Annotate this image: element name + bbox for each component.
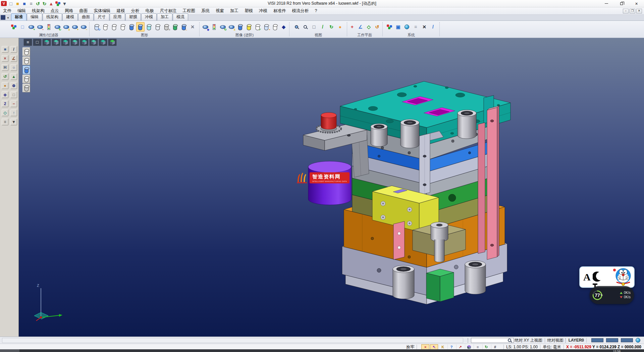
snap-disable-icon[interactable]: ×: [421, 344, 429, 350]
ribbon-tab-1[interactable]: 标准: [11, 13, 26, 20]
box-tool-icon[interactable]: □: [10, 91, 17, 98]
print-icon[interactable]: ≡: [28, 1, 34, 6]
menu-item-17[interactable]: 冲模: [256, 7, 270, 14]
menu-item-13[interactable]: 系统: [198, 7, 213, 14]
redo-icon[interactable]: ↻: [42, 1, 47, 6]
show-plus-icon[interactable]: +: [71, 22, 79, 32]
view-back-icon[interactable]: [80, 39, 89, 46]
ribbon-tab-9[interactable]: 冲模: [141, 13, 157, 20]
move-tool-icon[interactable]: ↑: [10, 109, 17, 116]
viewport-window-icon[interactable]: □: [33, 39, 42, 46]
hidden-mode-icon[interactable]: [22, 56, 30, 65]
system-palette-icon[interactable]: [385, 22, 394, 32]
grid-card-icon[interactable]: ≡: [412, 22, 420, 32]
help-hint-icon[interactable]: ?: [447, 344, 455, 350]
speed-gauge-widget[interactable]: 77% 0K/s 0K/s: [590, 286, 634, 304]
show-toggle-icon[interactable]: ±: [62, 22, 70, 32]
transparent-icon[interactable]: [145, 22, 153, 32]
cpl-angle-icon[interactable]: ∠: [357, 22, 365, 32]
view-right-icon[interactable]: [70, 39, 79, 46]
sketch-tool-icon[interactable]: ∠: [10, 55, 17, 62]
ribbon-tab-4[interactable]: 建模: [62, 13, 78, 20]
refresh-entities-icon[interactable]: ↻: [219, 22, 227, 32]
minimize-button[interactable]: [599, 0, 614, 7]
ghost-mode-icon[interactable]: [22, 75, 30, 83]
key-icon[interactable]: K: [439, 344, 447, 350]
shaded-icon[interactable]: [127, 22, 136, 32]
ribbon-tab-2[interactable]: 编辑: [27, 13, 42, 20]
show-add-icon[interactable]: +: [27, 22, 36, 32]
compass-icon[interactable]: ↗: [456, 344, 464, 350]
view-iso-icon[interactable]: [42, 39, 51, 46]
show-refresh-icon[interactable]: ↻: [53, 22, 62, 32]
striped-view-icon[interactable]: [245, 22, 253, 32]
clipboard-tool-icon[interactable]: ▼: [10, 119, 17, 125]
entity-status-icon[interactable]: [210, 22, 218, 32]
query-tool-icon[interactable]: 2: [2, 100, 8, 107]
menu-item-18[interactable]: 标准件: [270, 7, 289, 14]
wireframe-icon[interactable]: [101, 22, 110, 32]
select-tool-icon[interactable]: ■: [2, 46, 8, 53]
auto-refresh-icon[interactable]: ↻: [482, 344, 490, 350]
toggle-entities-icon[interactable]: ±: [227, 22, 236, 32]
orbit-tool-icon[interactable]: ↺: [2, 73, 8, 80]
dynamic-shade-icon[interactable]: →: [180, 22, 188, 32]
circle-tool-icon[interactable]: ○: [10, 64, 17, 71]
analysis-mode-icon[interactable]: [22, 84, 30, 92]
ribbon-tab-3[interactable]: 线架构: [43, 13, 62, 20]
pen-swatch[interactable]: [606, 338, 619, 343]
tagged-view-icon[interactable]: ▪: [262, 22, 270, 32]
preview-pages-icon[interactable]: □: [18, 22, 27, 32]
render-settings-icon[interactable]: ✕: [189, 22, 197, 32]
plane-tool-icon[interactable]: ◇: [2, 109, 8, 116]
ribbon-tab-5[interactable]: 曲面: [78, 13, 94, 20]
view-entities-icon[interactable]: ◆: [201, 22, 210, 32]
view-bottom-icon[interactable]: [99, 39, 107, 46]
view-left-icon[interactable]: [89, 39, 98, 46]
view-top-icon[interactable]: [52, 39, 60, 46]
ramp-icon[interactable]: /: [429, 22, 437, 32]
shaded-mode-icon[interactable]: [22, 65, 30, 74]
qat-dropdown-icon[interactable]: ▼: [62, 1, 67, 6]
chart-icon[interactable]: ▲: [48, 1, 54, 6]
trim-tool-icon[interactable]: ×: [2, 55, 8, 62]
show-remove-icon[interactable]: −: [36, 22, 44, 32]
close-grid-icon[interactable]: ✕: [420, 22, 429, 32]
view-mode-combo[interactable]: 绝对 XY 上视图: [515, 338, 542, 343]
new-file-icon[interactable]: □: [8, 1, 14, 6]
layer-swatch[interactable]: [591, 338, 604, 343]
solid-view-icon[interactable]: [236, 22, 245, 32]
layer-selector[interactable]: LAYER0: [569, 338, 584, 343]
ribbon-tab-7[interactable]: 应用: [110, 13, 125, 20]
pan-icon[interactable]: /: [319, 22, 327, 32]
attribute-colors-icon[interactable]: [10, 22, 18, 32]
mdi-minimize-button[interactable]: –: [623, 9, 629, 13]
view-shaded-icon[interactable]: [108, 39, 117, 46]
filter-traffic-icon[interactable]: [45, 22, 53, 32]
ribbon-tab-10[interactable]: 加工: [157, 13, 172, 20]
search-icon[interactable]: [508, 339, 511, 342]
menu-item-15[interactable]: 加工: [227, 7, 241, 14]
snap-label[interactable]: 拴牢: [406, 344, 414, 350]
layers-tool-icon[interactable]: ≡: [2, 119, 8, 125]
dashed-hidden-icon[interactable]: [119, 22, 127, 32]
ribbon-tab-11[interactable]: 模流: [173, 13, 188, 20]
menu-item-14[interactable]: 视窗: [213, 7, 227, 14]
multi-shade-icon[interactable]: [171, 22, 179, 32]
smart-cursor-icon[interactable]: ↖: [430, 344, 438, 350]
zoom-box-icon[interactable]: □: [310, 22, 318, 32]
render-ball-icon[interactable]: ●: [336, 22, 344, 32]
cpl-axes-icon[interactable]: +: [348, 22, 356, 32]
erase-tool-icon[interactable]: −: [10, 100, 17, 107]
zoom-all-icon[interactable]: [292, 22, 301, 32]
wireframe-mode-icon[interactable]: [22, 47, 30, 56]
ghost-icon[interactable]: [154, 22, 162, 32]
globe-icon[interactable]: [403, 22, 411, 32]
cpl-rotate-icon[interactable]: ↺: [373, 22, 381, 32]
menu-item-16[interactable]: 塑模: [241, 7, 256, 14]
monitor-icon[interactable]: ▣: [394, 22, 402, 32]
menu-item-19[interactable]: 模流分析: [289, 7, 312, 14]
spin-top-icon[interactable]: ◆: [279, 22, 288, 32]
hatched-icon[interactable]: ≡: [162, 22, 171, 32]
viewport-3d[interactable]: ≡□: [19, 38, 644, 337]
